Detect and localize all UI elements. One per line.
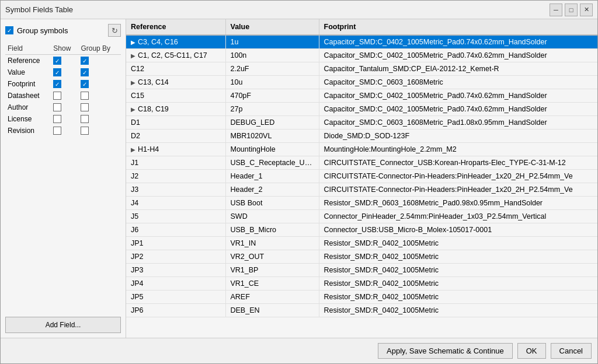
show-checkbox[interactable] [53, 57, 61, 65]
groupby-checkbox[interactable] [81, 80, 89, 88]
expand-arrow-icon[interactable]: ▶ [131, 146, 135, 153]
table-row[interactable]: ▶C3, C4, C161uCapacitor_SMD:C_0402_1005M… [126, 35, 597, 49]
table-row[interactable]: J2Header_1CIRCUITSTATE-Connector-Pin-Hea… [126, 170, 597, 183]
field-groupby-cell[interactable] [78, 90, 121, 102]
field-groupby-cell[interactable] [78, 113, 121, 125]
table-row[interactable]: ▶H1-H4MountingHoleMountingHole:MountingH… [126, 143, 597, 156]
show-checkbox[interactable] [53, 80, 61, 88]
main-window: Symbol Fields Table ─ □ ✕ Group symbols … [0, 0, 598, 364]
data-table-wrapper[interactable]: Reference Value Footprint ▶C3, C4, C161u… [126, 19, 597, 338]
ok-button[interactable]: OK [517, 343, 546, 359]
field-row: Author [5, 102, 121, 113]
field-groupby-cell[interactable] [78, 78, 121, 90]
groupby-checkbox[interactable] [81, 115, 89, 123]
show-checkbox[interactable] [53, 92, 61, 100]
groupby-checkbox[interactable] [81, 57, 89, 65]
ref-cell: C15 [126, 89, 225, 103]
field-show-cell[interactable] [51, 55, 78, 67]
field-groupby-cell[interactable] [78, 125, 121, 136]
table-row[interactable]: J4USB BootResistor_SMD:R_0603_1608Metric… [126, 197, 597, 210]
cancel-button[interactable]: Cancel [551, 343, 592, 359]
table-row[interactable]: JP1VR1_INResistor_SMD:R_0402_1005Metric [126, 237, 597, 250]
group-symbols-row: Group symbols ↻ [5, 24, 121, 37]
header-value: Value [225, 19, 319, 35]
groupby-checkbox[interactable] [81, 92, 89, 100]
field-groupby-cell[interactable] [78, 55, 121, 67]
footprint-cell: Resistor_SMD:R_0402_1005Metric [319, 237, 597, 250]
show-checkbox[interactable] [53, 127, 61, 135]
footprint-cell: Resistor_SMD:R_0402_1005Metric [319, 290, 597, 304]
group-symbols-label: Group symbols [17, 26, 68, 35]
ref-cell: D2 [126, 130, 225, 143]
field-name: Author [5, 102, 51, 113]
table-row[interactable]: J3Header_2CIRCUITSTATE-Connector-Pin-Hea… [126, 183, 597, 197]
show-checkbox[interactable] [53, 115, 61, 123]
footprint-cell: Connector_PinHeader_2.54mm:PinHeader_1x0… [319, 210, 597, 223]
field-groupby-cell[interactable] [78, 66, 121, 78]
groupby-checkbox[interactable] [81, 127, 89, 135]
expand-arrow-icon[interactable]: ▶ [131, 79, 135, 86]
table-row[interactable]: ▶C13, C1410uCapacitor_SMD:C_0603_1608Met… [126, 76, 597, 89]
table-row[interactable]: JP5AREFResistor_SMD:R_0402_1005Metric [126, 290, 597, 304]
table-row[interactable]: C122.2uFCapacitor_Tantalum_SMD:CP_EIA-20… [126, 62, 597, 76]
groupby-checkbox[interactable] [81, 103, 89, 111]
table-row[interactable]: J1USB_C_Receptacle_USB2.0CIRCUITSTATE_Co… [126, 156, 597, 170]
group-symbols-checkbox[interactable] [5, 26, 13, 34]
show-checkbox[interactable] [53, 68, 61, 76]
table-row[interactable]: D1DEBUG_LEDCapacitor_SMD:C_0603_1608Metr… [126, 116, 597, 130]
groupby-checkbox[interactable] [81, 68, 89, 76]
header-reference: Reference [126, 19, 225, 35]
footprint-cell: Capacitor_SMD:C_0402_1005Metric_Pad0.74x… [319, 89, 597, 103]
ref-cell: ▶C1, C2, C5-C11, C17 [126, 49, 225, 62]
table-row[interactable]: C15470pFCapacitor_SMD:C_0402_1005Metric_… [126, 89, 597, 103]
ref-cell: JP4 [126, 277, 225, 290]
footprint-cell: MountingHole:MountingHole_2.2mm_M2 [319, 143, 597, 156]
show-checkbox[interactable] [53, 103, 61, 111]
value-cell: 1u [225, 35, 319, 49]
table-row[interactable]: JP3VR1_BPResistor_SMD:R_0402_1005Metric [126, 264, 597, 277]
footprint-cell: CIRCUITSTATE-Connector-Pin-Headers:PinHe… [319, 183, 597, 197]
refresh-button[interactable]: ↻ [108, 24, 121, 37]
table-row[interactable]: ▶C1, C2, C5-C11, C17100nCapacitor_SMD:C_… [126, 49, 597, 62]
footer: Apply, Save Schematic & Continue OK Canc… [1, 338, 597, 363]
field-show-cell[interactable] [51, 125, 78, 136]
field-show-cell[interactable] [51, 90, 78, 102]
expand-arrow-icon[interactable]: ▶ [131, 39, 135, 46]
apply-save-button[interactable]: Apply, Save Schematic & Continue [378, 343, 513, 359]
table-row[interactable]: J6USB_B_MicroConnector_USB:USB_Micro-B_M… [126, 223, 597, 237]
field-groupby-cell[interactable] [78, 102, 121, 113]
field-show-cell[interactable] [51, 66, 78, 78]
footprint-cell: CIRCUITSTATE-Connector-Pin-Headers:PinHe… [319, 170, 597, 183]
table-row[interactable]: JP6DEB_ENResistor_SMD:R_0402_1005Metric [126, 304, 597, 317]
table-row[interactable]: J5SWDConnector_PinHeader_2.54mm:PinHeade… [126, 210, 597, 223]
table-row[interactable]: JP2VR2_OUTResistor_SMD:R_0402_1005Metric [126, 250, 597, 264]
field-col-header: Field [5, 43, 51, 55]
ref-cell: J1 [126, 156, 225, 170]
footprint-cell: Resistor_SMD:R_0402_1005Metric [319, 264, 597, 277]
minimize-button[interactable]: ─ [550, 4, 562, 16]
content-area: Group symbols ↻ Field Show Group By Refe… [1, 19, 597, 338]
table-row[interactable]: D2MBR1020VLDiode_SMD:D_SOD-123F [126, 130, 597, 143]
field-row: License [5, 113, 121, 125]
field-name: Reference [5, 55, 51, 67]
footprint-cell: Capacitor_SMD:C_0402_1005Metric_Pad0.74x… [319, 35, 597, 49]
table-row[interactable]: JP4VR1_CEResistor_SMD:R_0402_1005Metric [126, 277, 597, 290]
table-row[interactable]: ▶C18, C1927pCapacitor_SMD:C_0402_1005Met… [126, 103, 597, 116]
ref-cell: JP6 [126, 304, 225, 317]
value-cell: AREF [225, 290, 319, 304]
maximize-button[interactable]: □ [565, 4, 578, 16]
value-cell: Header_2 [225, 183, 319, 197]
expand-arrow-icon[interactable]: ▶ [131, 106, 135, 113]
ref-cell: C12 [126, 62, 225, 76]
ref-cell: ▶C3, C4, C16 [126, 35, 225, 49]
field-show-cell[interactable] [51, 102, 78, 113]
field-show-cell[interactable] [51, 113, 78, 125]
field-row: Footprint [5, 78, 121, 90]
close-button[interactable]: ✕ [580, 4, 593, 16]
footprint-cell: Capacitor_SMD:C_0603_1608Metric [319, 76, 597, 89]
expand-arrow-icon[interactable]: ▶ [131, 52, 135, 59]
fields-table: Field Show Group By ReferenceValueFootpr… [5, 43, 121, 136]
add-field-button[interactable]: Add Field... [5, 317, 121, 333]
value-cell: 10u [225, 76, 319, 89]
field-show-cell[interactable] [51, 78, 78, 90]
